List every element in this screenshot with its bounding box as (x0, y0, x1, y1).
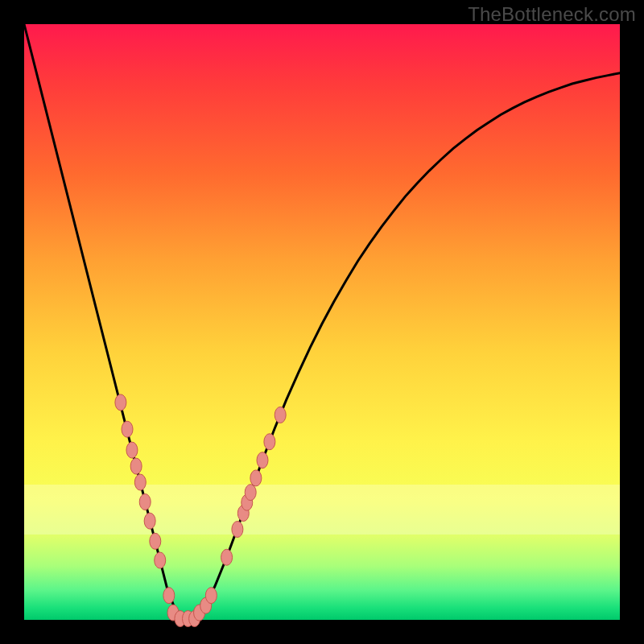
data-marker (130, 458, 142, 474)
data-marker (221, 549, 233, 565)
data-marker (115, 394, 126, 411)
curve-right (185, 73, 620, 620)
data-marker (122, 421, 133, 437)
data-marker (134, 474, 146, 490)
data-marker (205, 588, 217, 604)
curve-left-path (24, 24, 185, 620)
watermark-text: TheBottleneck.com (468, 3, 636, 26)
data-marker (126, 442, 138, 458)
data-marker (245, 485, 256, 501)
marker-layer (115, 394, 286, 627)
chart-frame: TheBottleneck.com (0, 0, 644, 644)
curve-right-path (185, 73, 620, 620)
data-marker (257, 452, 268, 469)
data-marker (155, 552, 166, 568)
data-marker (163, 588, 175, 604)
data-marker (144, 513, 155, 529)
data-marker (232, 522, 243, 538)
curve-layer (24, 24, 620, 620)
data-marker (150, 533, 161, 549)
data-marker (264, 434, 275, 450)
data-marker (250, 470, 262, 486)
curve-left (24, 24, 185, 620)
data-marker (139, 493, 151, 510)
data-marker (275, 407, 286, 423)
